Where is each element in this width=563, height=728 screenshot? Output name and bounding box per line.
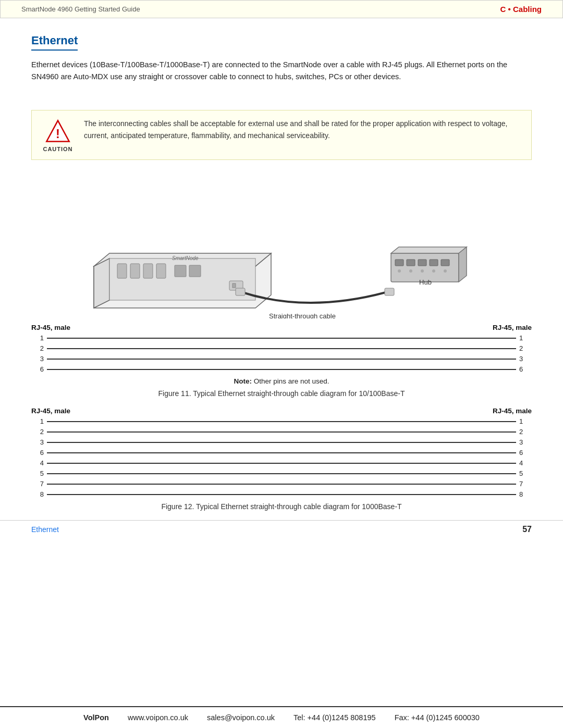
pin-right: 8	[519, 490, 532, 498]
pin-left: 2	[31, 344, 44, 352]
table-row: 8 8	[31, 490, 532, 498]
network-diagram: SmartNode Straight-through cable	[0, 172, 563, 318]
cable-diagram-1: RJ-45, male RJ-45, male 1 1 2 2 3 3 6 6 …	[31, 324, 532, 398]
pin-line	[47, 421, 516, 422]
table-row: 2 2	[31, 428, 532, 436]
svg-rect-25	[441, 260, 449, 266]
svg-rect-24	[430, 260, 438, 266]
pin-line	[47, 359, 516, 360]
table-row: 4 4	[31, 459, 532, 467]
pin-line	[47, 431, 516, 433]
footer-section: Ethernet 57	[0, 520, 563, 538]
svg-rect-8	[143, 264, 153, 278]
pin-right: 3	[519, 355, 532, 363]
pin-left: 6	[31, 365, 44, 373]
pin-left: 3	[31, 355, 44, 363]
tel: Tel: +44 (0)1245 808195	[293, 713, 376, 722]
guide-title: SmartNode 4960 Getting Started Guide	[21, 5, 140, 13]
table-row: 1 1	[31, 417, 532, 425]
pin-line	[47, 369, 516, 370]
table-row: 3 3	[31, 355, 532, 363]
svg-rect-15	[236, 288, 245, 295]
email: sales@voipon.co.uk	[207, 713, 275, 722]
left-label-1: RJ-45, male	[31, 324, 70, 331]
pin-right: 6	[519, 449, 532, 456]
website: www.voipon.co.uk	[128, 713, 188, 722]
svg-rect-10	[175, 265, 186, 277]
pin-line	[47, 442, 516, 443]
body-text: Ethernet devices (10Base-T/100Base-T/100…	[31, 59, 532, 83]
svg-point-30	[444, 269, 447, 273]
network-diagram-svg: SmartNode Straight-through cable	[47, 172, 516, 318]
pin-right: 2	[519, 344, 532, 352]
left-label-2: RJ-45, male	[31, 407, 70, 415]
pin-left: 4	[31, 459, 44, 467]
svg-rect-7	[130, 264, 140, 278]
table-row: 2 2	[31, 344, 532, 352]
svg-marker-19	[391, 247, 467, 253]
svg-text:!: !	[56, 127, 60, 141]
pin-line	[47, 452, 516, 453]
footer-link: Ethernet	[31, 525, 59, 534]
table-row: 1 1	[31, 334, 532, 342]
pin-right: 1	[519, 417, 532, 425]
pin-line	[47, 463, 516, 464]
caution-icon-wrap: ! CAUTION	[42, 118, 74, 152]
caution-label: CAUTION	[43, 146, 72, 152]
svg-point-29	[432, 269, 435, 273]
svg-rect-6	[117, 264, 127, 278]
pin-right: 3	[519, 438, 532, 446]
section-title: Ethernet	[31, 34, 78, 51]
svg-point-26	[398, 269, 401, 273]
figure-caption-1: Figure 11. Typical Ethernet straight-thr…	[31, 389, 532, 398]
pin-left: 5	[31, 470, 44, 477]
pin-right: 2	[519, 428, 532, 436]
pin-right: 5	[519, 470, 532, 477]
pin-right: 1	[519, 334, 532, 342]
svg-text:Hub: Hub	[419, 278, 432, 286]
svg-rect-11	[189, 265, 201, 277]
pin-line	[47, 484, 516, 485]
cable-diagram-1-labels: RJ-45, male RJ-45, male	[31, 324, 532, 331]
svg-point-27	[409, 269, 412, 273]
svg-text:SmartNode: SmartNode	[172, 255, 199, 261]
right-label-2: RJ-45, male	[493, 407, 532, 415]
section-label: C • Cabling	[500, 5, 542, 14]
caution-box: ! CAUTION The interconnecting cables sha…	[31, 110, 532, 160]
table-row: 5 5	[31, 470, 532, 477]
pin-right: 6	[519, 365, 532, 373]
pin-line	[47, 338, 516, 339]
pin-left: 2	[31, 428, 44, 436]
svg-marker-20	[459, 247, 467, 282]
table-row: 7 7	[31, 480, 532, 488]
caution-triangle-icon: !	[45, 118, 71, 144]
svg-text:Straight-through cable: Straight-through cable	[269, 312, 336, 318]
right-label-1: RJ-45, male	[493, 324, 532, 331]
pin-left: 1	[31, 417, 44, 425]
pin-left: 1	[31, 334, 44, 342]
header-bar: SmartNode 4960 Getting Started Guide C •…	[0, 0, 563, 18]
pin-left: 3	[31, 438, 44, 446]
main-content: Ethernet Ethernet devices (10Base-T/100B…	[0, 18, 563, 102]
pin-right: 4	[519, 459, 532, 467]
brand: VolPon	[83, 713, 109, 722]
svg-marker-4	[94, 258, 109, 308]
bottom-bar: VolPon www.voipon.co.uk sales@voipon.co.…	[0, 706, 563, 728]
figure-caption-2: Figure 12. Typical Ethernet straight-thr…	[31, 502, 532, 511]
pin-left: 6	[31, 449, 44, 456]
pin-line	[47, 348, 516, 349]
note-1: Note: Other pins are not used.	[31, 377, 532, 385]
pin-left: 8	[31, 490, 44, 498]
fax: Fax: +44 (0)1245 600030	[395, 713, 480, 722]
svg-rect-14	[232, 283, 236, 288]
svg-rect-16	[385, 288, 394, 295]
table-row: 6 6	[31, 365, 532, 373]
cable-diagram-2-labels: RJ-45, male RJ-45, male	[31, 407, 532, 415]
pin-rows-1: 1 1 2 2 3 3 6 6	[31, 334, 532, 373]
svg-rect-18	[391, 253, 459, 282]
pin-line	[47, 494, 516, 495]
cable-diagram-2: RJ-45, male RJ-45, male 1 1 2 2 3 3 6 6 …	[31, 407, 532, 511]
svg-point-28	[421, 269, 424, 273]
table-row: 6 6	[31, 449, 532, 456]
table-row: 3 3	[31, 438, 532, 446]
